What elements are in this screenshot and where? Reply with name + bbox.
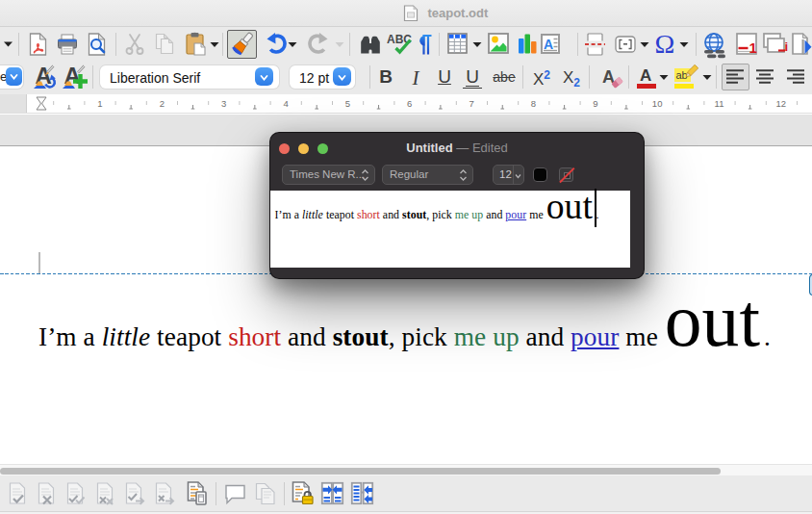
svg-text:6: 6 bbox=[407, 98, 412, 109]
svg-text:5: 5 bbox=[345, 98, 350, 109]
svg-text:A: A bbox=[544, 37, 553, 52]
svg-text:10: 10 bbox=[652, 98, 663, 109]
svg-text:1: 1 bbox=[97, 98, 102, 109]
svg-text:8: 8 bbox=[531, 98, 536, 109]
svg-text:ab: ab bbox=[676, 69, 688, 81]
svg-text:A: A bbox=[640, 66, 651, 85]
svg-text:1: 1 bbox=[749, 39, 757, 56]
svg-text:12: 12 bbox=[776, 98, 787, 109]
svg-text:3: 3 bbox=[221, 98, 226, 109]
svg-text:2: 2 bbox=[160, 98, 165, 109]
svg-text:4: 4 bbox=[283, 98, 288, 109]
svg-text:9: 9 bbox=[593, 98, 597, 109]
svg-text:i: i bbox=[785, 39, 789, 54]
svg-text:7: 7 bbox=[469, 98, 473, 109]
svg-text:11: 11 bbox=[715, 98, 724, 109]
